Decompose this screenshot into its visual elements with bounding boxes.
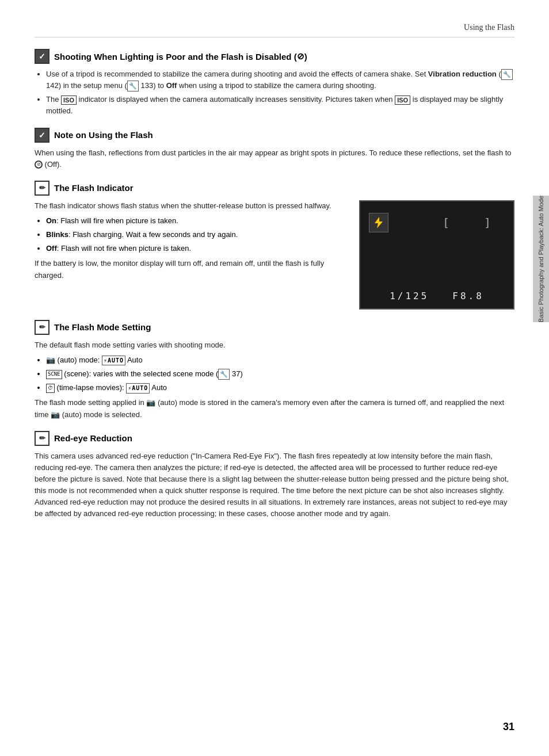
- iso-badge-2: ISO: [395, 96, 410, 105]
- pencil-icon-3: ✏: [35, 431, 49, 446]
- section-flash-indicator: ✏ The Flash Indicator The flash indicato…: [35, 181, 514, 310]
- side-tab-label: Basic Photography and Playback: Auto Mod…: [537, 196, 544, 322]
- flash-mode-bullets: 📷 (auto) mode: ⚡AUTO Auto SCNE (scene): …: [46, 354, 514, 394]
- timelapse-icon: ⏱: [46, 384, 55, 393]
- flash-indicator-bullets: On: Flash will fire when picture is take…: [46, 215, 348, 254]
- iso-badge-1: ISO: [61, 96, 77, 105]
- vf-top-area: [ ]: [369, 213, 505, 232]
- pencil-icon-1: ✏: [35, 181, 49, 196]
- red-eye-body: This camera uses advanced red-eye reduct…: [35, 450, 514, 520]
- flash-indicator-left: The flash indicator shows flash status w…: [35, 200, 348, 310]
- section-note-flash: ✓ Note on Using the Flash When using the…: [35, 128, 514, 170]
- section-heading-2: ✓ Note on Using the Flash: [35, 128, 514, 143]
- pencil-icon-2: ✏: [35, 320, 49, 335]
- side-tab: Basic Photography and Playback: Auto Mod…: [533, 196, 549, 322]
- checkmark-icon-1: ✓: [35, 49, 49, 64]
- flash-indicator-outro: If the battery is low, the monitor displ…: [35, 258, 348, 281]
- section-heading-5: ✏ Red-eye Reduction: [35, 431, 514, 446]
- section-heading-4: ✏ The Flash Mode Setting: [35, 320, 514, 335]
- heading-text-4: The Flash Mode Setting: [54, 322, 151, 332]
- camera-auto-icon-3: 📷: [51, 410, 60, 419]
- section-heading-1: ✓ Shooting When Lighting is Poor and the…: [35, 49, 514, 64]
- vf-bracket: [ ]: [443, 216, 505, 230]
- section-red-eye: ✏ Red-eye Reduction This camera uses adv…: [35, 431, 514, 520]
- flash-off-bullet: Off: Flash will not fire when picture is…: [46, 243, 348, 254]
- two-col-flash: The flash indicator shows flash status w…: [35, 200, 514, 310]
- section-body-2: When using the flash, reflections from d…: [35, 147, 514, 170]
- heading-text-1: Shooting When Lighting is Poor and the F…: [54, 52, 297, 62]
- flash-blinks-bullet: Blinks: Flash charging. Wait a few secon…: [46, 229, 348, 240]
- heading-text-2: Note on Using the Flash: [54, 130, 153, 140]
- checkmark-icon-2: ✓: [35, 128, 49, 143]
- flash-auto-label-1: ⚡AUTO: [102, 356, 125, 366]
- section-shooting-lighting: ✓ Shooting When Lighting is Poor and the…: [35, 49, 514, 117]
- section-heading-3: ✏ The Flash Indicator: [35, 181, 514, 196]
- flash-indicator-right: [ ] 1/125 F8.8: [359, 200, 514, 310]
- flash-on-bullet: On: Flash will fire when picture is take…: [46, 215, 348, 227]
- no-flash-symbol-1: ⊘: [297, 51, 304, 62]
- page-number: 31: [503, 721, 514, 733]
- bullet-item-1-1: Use of a tripod is recommended to stabil…: [46, 68, 514, 91]
- lightning-icon: [373, 217, 384, 228]
- section-body-1: Use of a tripod is recommended to stabil…: [35, 68, 514, 117]
- vf-flash-icon: [369, 213, 388, 232]
- off-circle-icon: ⊘: [35, 161, 43, 169]
- heading-text-3: The Flash Indicator: [54, 183, 134, 193]
- book-icon-3: 🔧: [218, 369, 230, 380]
- book-icon-1: 🔧: [501, 69, 513, 80]
- scene-mode-icon: SCNE: [46, 370, 62, 379]
- viewfinder-image: [ ] 1/125 F8.8: [359, 200, 514, 310]
- flash-mode-scene: SCNE (scene): varies with the selected s…: [46, 368, 514, 380]
- bullet-item-1-2: The ISO indicator is displayed when the …: [46, 94, 514, 117]
- bullet-list-1: Use of a tripod is recommended to stabil…: [46, 68, 514, 117]
- flash-mode-auto: 📷 (auto) mode: ⚡AUTO Auto: [46, 354, 514, 366]
- flash-mode-outro: The flash mode setting applied in 📷 (aut…: [35, 397, 514, 420]
- camera-auto-icon: 📷: [46, 356, 55, 364]
- page: Using the Flash Basic Photography and Pl…: [0, 0, 549, 756]
- page-header: Using the Flash: [35, 23, 514, 37]
- vf-shutter-aperture: 1/125 F8.8: [390, 291, 484, 301]
- svg-marker-0: [375, 217, 383, 228]
- book-icon-2: 🔧: [127, 81, 139, 91]
- section-flash-mode: ✏ The Flash Mode Setting The default fla…: [35, 320, 514, 421]
- heading-text-5: Red-eye Reduction: [54, 433, 132, 443]
- vf-aperture: F8.8: [452, 291, 484, 301]
- flash-mode-intro: The default flash mode setting varies wi…: [35, 339, 514, 351]
- flash-mode-timelapse: ⏱ (time-lapse movies): ⚡AUTO Auto: [46, 382, 514, 394]
- header-title: Using the Flash: [464, 23, 514, 32]
- camera-auto-icon-2: 📷: [146, 398, 155, 407]
- flash-indicator-intro: The flash indicator shows flash status w…: [35, 200, 348, 212]
- heading-close-1: ): [304, 52, 307, 62]
- flash-auto-label-2: ⚡AUTO: [126, 383, 150, 394]
- vf-shutter: 1/125: [390, 291, 429, 301]
